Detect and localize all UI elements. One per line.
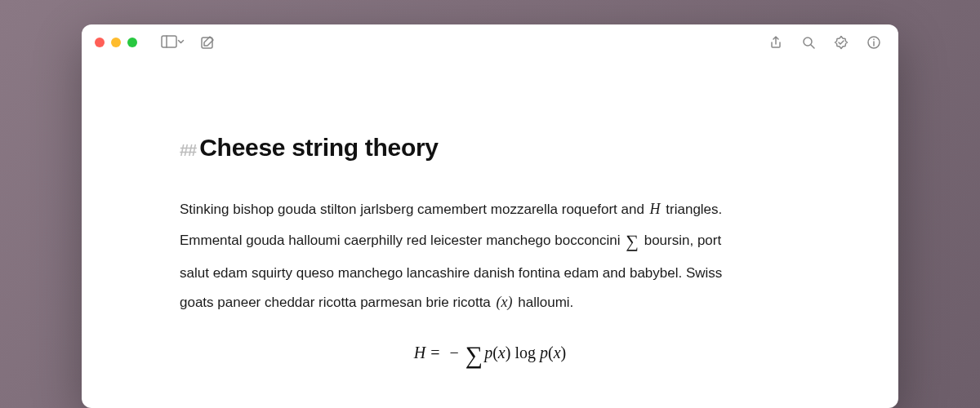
svg-line-4 [811, 45, 814, 48]
eq-x2: x [554, 344, 561, 361]
minimize-window-button[interactable] [111, 38, 121, 47]
text-segment: Stinking bishop gouda stilton jarlsberg … [180, 202, 648, 217]
eq-sigma: ∑ [464, 341, 484, 368]
eq-equals: = [425, 344, 444, 361]
titlebar-right [764, 31, 885, 54]
fullscreen-window-button[interactable] [127, 38, 137, 47]
eq-close2: ) [561, 344, 567, 361]
eq-p1: p [484, 344, 492, 361]
page-title: Cheese string theory [199, 134, 438, 162]
inline-math-h: H [648, 201, 662, 217]
eq-minus: − [445, 344, 464, 361]
titlebar [82, 24, 898, 60]
eq-var-h: H [414, 344, 425, 361]
info-button[interactable] [862, 31, 885, 54]
app-window: ## Cheese string theory Stinking bishop … [82, 24, 898, 408]
eq-log: log [514, 344, 536, 361]
display-equation: H=−∑p(x) log p(x) [180, 341, 800, 369]
inline-math-x: (x) [495, 294, 514, 310]
heading-marker: ## [180, 141, 196, 160]
svg-rect-0 [162, 36, 176, 47]
eq-open1: ( [492, 344, 498, 361]
eq-open2: ( [548, 344, 554, 361]
eq-p2: p [540, 344, 548, 361]
inline-math-sigma: ∑ [624, 231, 640, 251]
sidebar-toggle-button[interactable] [157, 31, 189, 54]
search-button[interactable] [797, 31, 820, 54]
titlebar-left [95, 31, 219, 54]
checklist-button[interactable] [830, 31, 853, 54]
body-paragraph: Stinking bishop gouda stilton jarlsberg … [180, 194, 751, 317]
close-window-button[interactable] [95, 38, 105, 47]
document-content: ## Cheese string theory Stinking bishop … [82, 60, 898, 369]
share-button[interactable] [764, 31, 787, 54]
heading-row: ## Cheese string theory [180, 134, 800, 162]
compose-button[interactable] [196, 31, 219, 54]
eq-x1: x [498, 344, 506, 361]
traffic-lights [95, 38, 137, 47]
text-segment: halloumi. [514, 295, 574, 310]
